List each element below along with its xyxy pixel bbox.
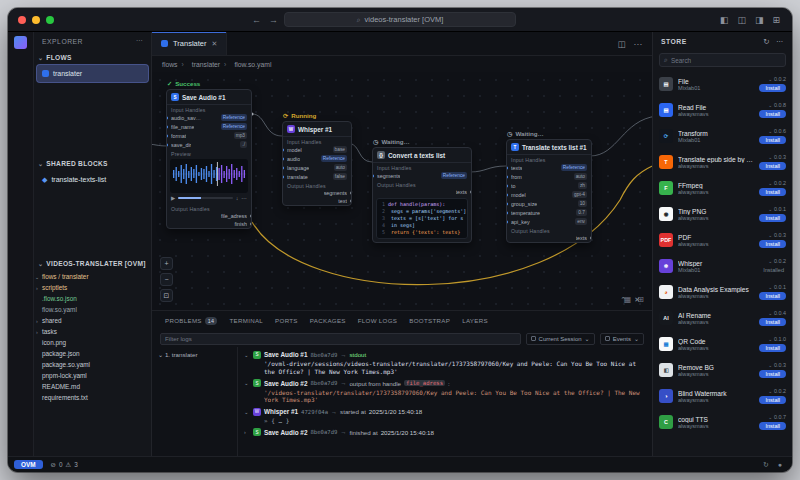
install-button[interactable]: Installed (761, 266, 786, 274)
input-handle-row[interactable]: from auto (507, 172, 591, 181)
node-convert-texts-list[interactable]: ◷ Waiting… {} Convert a texts list Input… (372, 138, 472, 243)
flow-canvas[interactable]: ✓ Success S Save Audio #1 Input Handles … (152, 72, 652, 310)
toggle-sidebar-icon[interactable]: ◧ (720, 15, 729, 25)
store-more-icon[interactable]: ⋯ (776, 37, 784, 46)
log-tree-item[interactable]: ⌄ 1. translater (158, 351, 198, 358)
split-editor-icon[interactable]: ◫ (617, 39, 625, 49)
panel-tab[interactable]: LAYERS (457, 311, 493, 330)
output-handle-row[interactable]: finish (167, 220, 251, 228)
input-handle-row[interactable]: format mp3 (167, 131, 251, 140)
install-button[interactable]: Install (759, 370, 786, 378)
install-button[interactable]: Install (759, 214, 786, 222)
input-handle-row[interactable]: translate false (283, 172, 351, 181)
log-filter-input[interactable] (160, 333, 521, 345)
activity-bar-icon[interactable] (9, 97, 33, 118)
file-tree-item[interactable]: package.so.yaml (34, 359, 151, 370)
file-tree-item[interactable]: flow.so.yaml (34, 304, 151, 315)
input-handle-row[interactable]: language auto (283, 163, 351, 172)
install-button[interactable]: Install (759, 396, 786, 404)
install-button[interactable]: Install (759, 240, 786, 248)
breadcrumb-item[interactable]: flow.so.yaml (224, 61, 271, 68)
package-version[interactable]: 0.0.3 (768, 362, 786, 368)
panel-tab[interactable]: PACKAGES (305, 311, 351, 330)
store-package-item[interactable]: ✻ Whisper Mixlab01 0.0.2 Installed (653, 253, 792, 279)
toggle-secondary-sidebar-icon[interactable]: ◨ (755, 15, 764, 25)
events-dropdown[interactable]: Events ⌄ (600, 333, 644, 345)
panel-tab[interactable]: FLOW LOGS (353, 311, 403, 330)
toggle-panel-icon[interactable]: ◫ (737, 15, 746, 25)
output-handle-row[interactable]: texts (373, 188, 471, 196)
package-version[interactable]: 0.0.8 (768, 102, 786, 108)
notifications-icon[interactable]: ● (778, 461, 782, 469)
store-package-item[interactable]: AI AI Rename alwaysmavs 0.0.4 Install (653, 305, 792, 331)
install-button[interactable]: Install (759, 318, 786, 326)
input-handle-row[interactable]: file_name Reference (167, 122, 251, 131)
log-entry[interactable]: ⌄ S Save Audio #1 8be0a7d9 → stdout (244, 349, 646, 376)
log-entry[interactable]: › S Save Audio #2 8be0a7d9 → finished at… (244, 427, 646, 438)
install-button[interactable]: Install (759, 292, 786, 300)
store-package-item[interactable]: ▦ QR Code alwaysmavs 0.1.0 Install (653, 331, 792, 357)
store-package-item[interactable]: F FFmpeg alwaysmavs 0.0.2 Install (653, 175, 792, 201)
input-handle-row[interactable]: temperature 0.7 (507, 208, 591, 217)
log-entry[interactable]: ⌄ W Whisper #1 4729f04a → started at 202… (244, 406, 646, 425)
panel-tab[interactable]: BOOTSTRAP (404, 311, 455, 330)
back-icon[interactable]: ← (252, 15, 261, 25)
install-button[interactable]: Install (759, 188, 786, 196)
remote-indicator[interactable]: OVM (14, 460, 43, 469)
node-whisper-1[interactable]: ⟳ Running W Whisper #1 Input Handles mod… (282, 112, 352, 206)
expand-chevron-icon[interactable]: › (244, 429, 250, 435)
download-icon[interactable]: ↓ (236, 195, 239, 201)
store-package-item[interactable]: ◉ Tiny PNG alwaysmavs 0.0.1 Install (653, 201, 792, 227)
output-handle-row[interactable]: segments (283, 189, 351, 197)
more-actions-icon[interactable]: ⋯ (136, 37, 143, 45)
package-version[interactable]: 0.0.6 (768, 128, 786, 134)
input-handle-row[interactable]: save_dir ./ (167, 140, 251, 149)
maximize-panel-icon[interactable]: ⌃ (620, 296, 626, 304)
store-package-item[interactable]: ◧ Remove BG alwaysmavs 0.0.3 Install (653, 357, 792, 383)
section-shared-blocks[interactable]: ⌄ SHARED BLOCKS (34, 156, 151, 171)
command-center[interactable]: ⌕ videos-translater [OVM] (284, 12, 516, 27)
store-package-item[interactable]: C coqui TTS alwaysmavs 0.0.7 Install (653, 409, 792, 435)
store-package-item[interactable]: ▤ Read File alwaysmavs 0.0.8 Install (653, 97, 792, 123)
install-button[interactable]: Install (759, 136, 786, 144)
customize-layout-icon[interactable]: ⊞ (772, 15, 780, 25)
forward-icon[interactable]: → (269, 15, 278, 25)
store-search-input[interactable] (671, 57, 781, 64)
activity-bar-icon[interactable] (9, 76, 33, 97)
session-dropdown[interactable]: Current Session ⌄ (526, 333, 595, 345)
install-button[interactable]: Install (759, 422, 786, 430)
file-tree-item[interactable]: icon.png (34, 337, 151, 348)
zoom-in-button[interactable]: + (160, 257, 173, 270)
store-search[interactable]: ⌕ (659, 53, 786, 67)
breadcrumb-item[interactable]: flows (162, 61, 178, 68)
flow-item-translater[interactable]: translater (37, 65, 148, 82)
input-handle-row[interactable]: model base (283, 145, 351, 154)
package-version[interactable]: 0.0.1 (768, 206, 786, 212)
section-project[interactable]: ⌄ VIDEOS-TRANSLATER [OVM] (34, 256, 151, 271)
panel-tab[interactable]: TERMINAL (224, 311, 268, 330)
file-tree-item[interactable]: › scriptlets (34, 282, 151, 293)
input-handle-row[interactable]: segments Reference (373, 171, 471, 180)
panel-tab[interactable]: PORTS (270, 311, 303, 330)
breadcrumb-item[interactable]: translater (182, 61, 221, 68)
store-package-item[interactable]: T Translate epub side by … alwaysmavs 0.… (653, 149, 792, 175)
store-package-item[interactable]: PDF PDF alwaysmavs 0.0.3 Install (653, 227, 792, 253)
install-button[interactable]: Install (759, 344, 786, 352)
node-translate-texts-list[interactable]: ◷ Waiting… T Translate texts list #1 Inp… (506, 130, 592, 243)
file-tree-item[interactable]: requirements.txt (34, 392, 151, 403)
input-handle-row[interactable]: group_size 10 (507, 199, 591, 208)
close-window-button[interactable] (18, 16, 26, 24)
input-handle-row[interactable]: audio_sav… Reference (167, 113, 251, 122)
file-tree-item[interactable]: › shared (34, 315, 151, 326)
tab-translater[interactable]: Translater ✕ (152, 32, 227, 55)
close-panel-icon[interactable]: ✕ (634, 296, 640, 304)
store-package-item[interactable]: ◑ Blind Watermark alwaysmavs 0.0.2 Insta… (653, 383, 792, 409)
activity-bar-bottom-icon[interactable] (9, 431, 33, 452)
output-handle-row[interactable]: file_adress (167, 212, 251, 220)
expand-chevron-icon[interactable]: ⌄ (244, 352, 250, 358)
package-version[interactable]: 0.0.4 (768, 310, 786, 316)
scriptlet-code-editor[interactable]: 1def handle(params): 2 segs = params['se… (376, 198, 468, 239)
log-entry[interactable]: ⌄ S Save Audio #2 8be0a7d9 → output from… (244, 378, 646, 405)
node-more-icon[interactable]: ⋯ (242, 195, 248, 201)
playback-progress[interactable] (178, 197, 233, 199)
